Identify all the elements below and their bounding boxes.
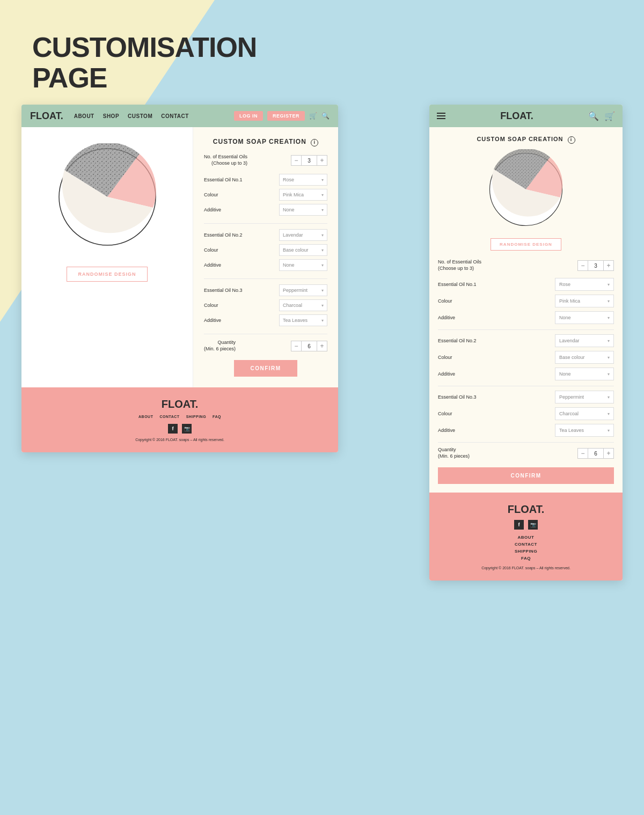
mobile-soap-preview bbox=[486, 149, 566, 230]
footer-social: f 📷 bbox=[32, 424, 327, 434]
dropdown-arrow: ▾ bbox=[321, 288, 324, 293]
mobile-footer-about[interactable]: ABOUT bbox=[438, 535, 614, 540]
mobile-oil1-dropdown[interactable]: Rose ▾ bbox=[555, 278, 614, 291]
mobile-oil2-dropdown[interactable]: Lavendar ▾ bbox=[555, 334, 614, 347]
oil3-section: Essential Oil No.3 Peppermint ▾ Colour C… bbox=[204, 284, 327, 326]
mobile-oils-plus[interactable]: + bbox=[603, 260, 614, 271]
mobile-oil2-colour-dropdown[interactable]: Base colour ▾ bbox=[555, 351, 614, 364]
mobile-oil3-additive-row: Additive Tea Leaves ▾ bbox=[438, 424, 614, 437]
dropdown-arrow: ▾ bbox=[608, 315, 610, 320]
mobile-quantity-plus[interactable]: + bbox=[603, 448, 614, 459]
footer-faq[interactable]: FAQ bbox=[213, 415, 221, 418]
mobile-oil3-colour-dropdown[interactable]: Charcoal ▾ bbox=[555, 407, 614, 420]
mobile-oil1-colour-dropdown[interactable]: Pink Mica ▾ bbox=[555, 295, 614, 307]
dropdown-arrow: ▾ bbox=[321, 193, 324, 197]
mobile-footer-links: ABOUT CONTACT SHIPPING FAQ bbox=[438, 535, 614, 561]
mobile-footer-shipping[interactable]: SHIPPING bbox=[438, 549, 614, 554]
mobile-oils-minus[interactable]: − bbox=[577, 260, 588, 271]
nav-logo: FLOAT. bbox=[30, 111, 63, 122]
mobile-oil3-row: Essential Oil No.3 Peppermint ▾ bbox=[438, 391, 614, 403]
confirm-button[interactable]: CONFIRM bbox=[234, 360, 297, 377]
footer-logo: FLOAT. bbox=[32, 398, 327, 410]
oil3-dropdown[interactable]: Peppermint ▾ bbox=[279, 284, 327, 296]
footer-about[interactable]: ABOUT bbox=[138, 415, 153, 418]
dropdown-arrow: ▾ bbox=[608, 412, 610, 416]
footer-shipping[interactable]: SHIPPING bbox=[186, 415, 206, 418]
mobile-oil2-additive-dropdown[interactable]: None ▾ bbox=[555, 368, 614, 380]
cart-icon[interactable]: 🛒 bbox=[309, 112, 317, 120]
dropdown-arrow: ▾ bbox=[321, 318, 324, 323]
mobile-oil2-section: Essential Oil No.2 Lavendar ▾ Colour Bas… bbox=[438, 334, 614, 380]
mobile-info-icon[interactable]: i bbox=[568, 136, 575, 144]
oils-plus[interactable]: + bbox=[317, 155, 327, 166]
oil3-additive-dropdown[interactable]: Tea Leaves ▾ bbox=[279, 314, 327, 326]
oil1-colour-row: Colour Pink Mica ▾ bbox=[204, 189, 327, 201]
mobile-oil3-additive-dropdown[interactable]: Tea Leaves ▾ bbox=[555, 424, 614, 437]
quantity-minus[interactable]: − bbox=[291, 341, 302, 351]
oil3-colour-label: Colour bbox=[204, 303, 218, 308]
mobile-oil1-additive-label: Additive bbox=[438, 315, 455, 320]
oils-value: 3 bbox=[302, 155, 317, 166]
facebook-icon[interactable]: f bbox=[168, 424, 178, 434]
mobile-confirm-button[interactable]: CONFIRM bbox=[438, 467, 614, 484]
mobile-footer-copyright: Copyright © 2016 FLOAT. soaps – All righ… bbox=[438, 566, 614, 570]
desktop-content: RANDOMISE DESIGN CUSTOM SOAP CREATION i … bbox=[21, 127, 338, 387]
hamburger-icon[interactable] bbox=[437, 113, 445, 119]
mobile-randomise-button[interactable]: RANDOMISE DESIGN bbox=[491, 238, 561, 251]
oil2-colour-dropdown[interactable]: Base colour ▾ bbox=[279, 244, 327, 256]
nav-contact[interactable]: CONTACT bbox=[161, 113, 189, 119]
quantity-label: Quantity(Min. 6 pieces) bbox=[204, 340, 236, 352]
nav-about[interactable]: ABOUT bbox=[74, 113, 94, 119]
info-icon[interactable]: i bbox=[311, 139, 318, 146]
mobile-divider3 bbox=[438, 442, 614, 443]
oil1-additive-dropdown[interactable]: None ▾ bbox=[279, 204, 327, 216]
dropdown-arrow: ▾ bbox=[608, 355, 610, 360]
mobile-oil2-row: Essential Oil No.2 Lavendar ▾ bbox=[438, 334, 614, 347]
dropdown-arrow: ▾ bbox=[608, 372, 610, 377]
oil3-colour-dropdown[interactable]: Charcoal ▾ bbox=[279, 299, 327, 311]
oils-minus[interactable]: − bbox=[291, 155, 302, 166]
quantity-row: Quantity(Min. 6 pieces) − 6 + bbox=[204, 340, 327, 352]
mobile-facebook-icon[interactable]: f bbox=[514, 520, 524, 530]
oil1-dropdown[interactable]: Rose ▾ bbox=[279, 174, 327, 186]
mobile-quantity-minus[interactable]: − bbox=[577, 448, 588, 459]
mobile-oil3-colour-row: Colour Charcoal ▾ bbox=[438, 407, 614, 420]
oil1-colour-dropdown[interactable]: Pink Mica ▾ bbox=[279, 189, 327, 201]
mobile-footer-faq[interactable]: FAQ bbox=[438, 556, 614, 561]
dropdown-arrow: ▾ bbox=[608, 395, 610, 400]
mobile-cart-icon[interactable]: 🛒 bbox=[604, 111, 615, 121]
oil2-label: Essential Oil No.2 bbox=[204, 232, 243, 238]
mobile-search-icon[interactable]: 🔍 bbox=[588, 111, 599, 121]
mobile-oil2-label: Essential Oil No.2 bbox=[438, 338, 477, 343]
mobile-instagram-icon[interactable]: 📷 bbox=[528, 520, 538, 530]
oil2-additive-dropdown[interactable]: None ▾ bbox=[279, 259, 327, 271]
desktop-section-title: CUSTOM SOAP CREATION i bbox=[204, 138, 327, 146]
dropdown-arrow: ▾ bbox=[321, 208, 324, 212]
footer-contact[interactable]: CONTACT bbox=[159, 415, 179, 418]
instagram-icon[interactable]: 📷 bbox=[182, 424, 192, 434]
oil2-row: Essential Oil No.2 Lavendar ▾ bbox=[204, 229, 327, 241]
search-icon[interactable]: 🔍 bbox=[321, 112, 330, 120]
mobile-oil1-additive-dropdown[interactable]: None ▾ bbox=[555, 311, 614, 324]
mobile-oil1-row: Essential Oil No.1 Rose ▾ bbox=[438, 278, 614, 291]
mobile-section-title: CUSTOM SOAP CREATION i bbox=[438, 136, 614, 144]
mobile-oil3-dropdown[interactable]: Peppermint ▾ bbox=[555, 391, 614, 403]
nav-register[interactable]: REGISTER bbox=[267, 111, 305, 121]
oil2-dropdown[interactable]: Lavendar ▾ bbox=[279, 229, 327, 241]
oil3-label: Essential Oil No.3 bbox=[204, 288, 243, 293]
mobile-footer-contact[interactable]: CONTACT bbox=[438, 542, 614, 547]
nav-custom[interactable]: CUSTOM bbox=[128, 113, 152, 119]
nav-shop[interactable]: SHOP bbox=[103, 113, 119, 119]
oil3-colour-row: Colour Charcoal ▾ bbox=[204, 299, 327, 311]
mobile-content: CUSTOM SOAP CREATION i bbox=[429, 127, 623, 493]
dropdown-arrow: ▾ bbox=[608, 299, 610, 304]
page-title: CUSTOMISATION PAGE bbox=[32, 32, 257, 93]
dropdown-arrow: ▾ bbox=[321, 233, 324, 238]
dropdown-arrow: ▾ bbox=[321, 178, 324, 182]
randomise-button[interactable]: RANDOMISE DESIGN bbox=[67, 267, 147, 282]
quantity-plus[interactable]: + bbox=[317, 341, 327, 351]
nav-links: ABOUT SHOP CUSTOM CONTACT bbox=[74, 113, 234, 119]
oil1-row: Essential Oil No.1 Rose ▾ bbox=[204, 174, 327, 186]
nav-login[interactable]: LOG IN bbox=[234, 111, 263, 121]
mobile-mockup: FLOAT. 🔍 🛒 CUSTOM SOAP CREATION i bbox=[429, 105, 623, 581]
